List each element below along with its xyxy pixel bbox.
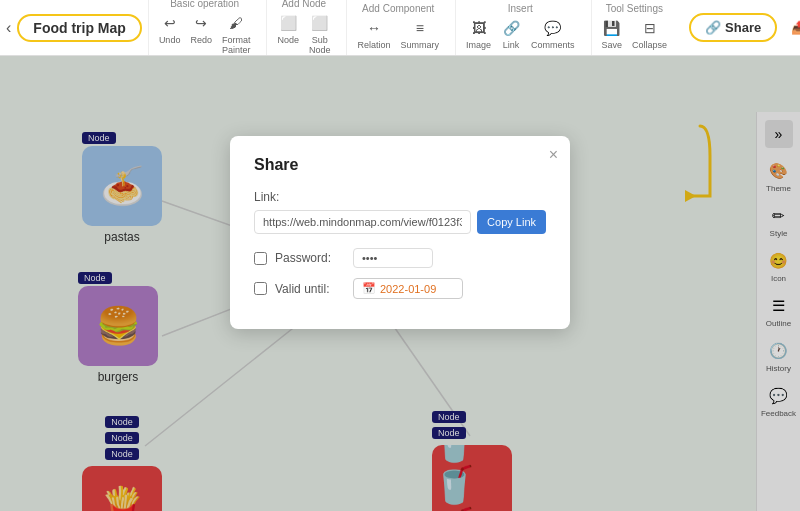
- toolbar-group-basic: Basic operation ↩ Undo ↪ Redo 🖌 Format P…: [148, 0, 261, 55]
- toolbar-group-add-component: Add Component ↔ Relation ≡ Summary: [346, 0, 449, 55]
- group-label-insert: Insert: [508, 3, 533, 14]
- copy-link-button[interactable]: Copy Link: [477, 210, 546, 234]
- share-modal: Share × Link: Copy Link Password: Valid …: [230, 136, 570, 329]
- node-icon: ⬜: [278, 13, 298, 33]
- link-label: Link: [503, 40, 520, 50]
- group-label-basic: Basic operation: [170, 0, 239, 9]
- add-node-buttons: ⬜ Node ⬜ Sub Node: [273, 11, 334, 57]
- redo-label: Redo: [190, 35, 212, 45]
- modal-close-button[interactable]: ×: [549, 146, 558, 164]
- valid-until-date[interactable]: 📅 2022-01-09: [353, 278, 463, 299]
- insert-buttons: 🖼 Image 🔗 Link 💬 Comments: [462, 16, 579, 52]
- comments-button[interactable]: 💬 Comments: [527, 16, 579, 52]
- image-label: Image: [466, 40, 491, 50]
- tool-settings-buttons: 💾 Save ⊟ Collapse: [598, 16, 672, 52]
- share-label: Share: [725, 20, 761, 35]
- calendar-icon: 📅: [362, 282, 376, 295]
- valid-until-value: 2022-01-09: [380, 283, 436, 295]
- password-input[interactable]: [353, 248, 433, 268]
- format-painter-button[interactable]: 🖌 Format Painter: [218, 11, 255, 57]
- share-button[interactable]: 🔗 Share: [689, 13, 777, 42]
- sub-node-icon: ⬜: [310, 13, 330, 33]
- undo-button[interactable]: ↩ Undo: [155, 11, 185, 57]
- link-icon: 🔗: [501, 18, 521, 38]
- sub-node-label: Sub Node: [309, 35, 331, 55]
- summary-button[interactable]: ≡ Summary: [397, 16, 444, 52]
- link-button[interactable]: 🔗 Link: [497, 16, 525, 52]
- undo-label: Undo: [159, 35, 181, 45]
- canvas: Node 🍝 pastas Node 🍔 burgers Node Node N…: [0, 56, 800, 511]
- toolbar: ‹ Food trip Map Basic operation ↩ Undo ↪…: [0, 0, 800, 56]
- format-painter-label: Format Painter: [222, 35, 251, 55]
- image-button[interactable]: 🖼 Image: [462, 16, 495, 52]
- format-painter-icon: 🖌: [226, 13, 246, 33]
- redo-icon: ↪: [191, 13, 211, 33]
- password-label: Password:: [275, 251, 345, 265]
- toolbar-group-insert: Insert 🖼 Image 🔗 Link 💬 Comments: [455, 0, 585, 55]
- modal-title: Share: [254, 156, 546, 174]
- save-icon: 💾: [602, 18, 622, 38]
- node-label-btn: Node: [277, 35, 299, 45]
- relation-icon: ↔: [364, 18, 384, 38]
- save-button[interactable]: 💾 Save: [598, 16, 627, 52]
- redo-button[interactable]: ↪ Redo: [186, 11, 216, 57]
- add-component-buttons: ↔ Relation ≡ Summary: [353, 16, 443, 52]
- collapse-button[interactable]: ⊟ Collapse: [628, 16, 671, 52]
- save-label: Save: [602, 40, 623, 50]
- valid-until-row: Valid until: 📅 2022-01-09: [254, 278, 546, 299]
- map-title[interactable]: Food trip Map: [17, 14, 142, 42]
- sub-node-button[interactable]: ⬜ Sub Node: [305, 11, 335, 57]
- group-label-add-component: Add Component: [362, 3, 434, 14]
- export-button[interactable]: 📤 Export: [783, 15, 800, 40]
- back-button[interactable]: ‹: [6, 17, 11, 39]
- link-row: Copy Link: [254, 210, 546, 234]
- relation-label: Relation: [357, 40, 390, 50]
- comments-icon: 💬: [543, 18, 563, 38]
- relation-button[interactable]: ↔ Relation: [353, 16, 394, 52]
- node-button[interactable]: ⬜ Node: [273, 11, 303, 57]
- collapse-label: Collapse: [632, 40, 667, 50]
- link-field-label: Link:: [254, 190, 546, 204]
- valid-until-label: Valid until:: [275, 282, 345, 296]
- summary-label: Summary: [401, 40, 440, 50]
- image-icon: 🖼: [469, 18, 489, 38]
- summary-icon: ≡: [410, 18, 430, 38]
- basic-buttons: ↩ Undo ↪ Redo 🖌 Format Painter: [155, 11, 255, 57]
- password-row: Password:: [254, 248, 546, 268]
- comments-label: Comments: [531, 40, 575, 50]
- collapse-icon: ⊟: [640, 18, 660, 38]
- modal-overlay[interactable]: Share × Link: Copy Link Password: Valid …: [0, 56, 800, 511]
- export-icon: 📤: [791, 20, 800, 35]
- valid-until-checkbox[interactable]: [254, 282, 267, 295]
- password-checkbox[interactable]: [254, 252, 267, 265]
- link-input[interactable]: [254, 210, 471, 234]
- toolbar-group-add-node: Add Node ⬜ Node ⬜ Sub Node: [266, 0, 340, 55]
- share-icon: 🔗: [705, 20, 721, 35]
- toolbar-group-tool-settings: Tool Settings 💾 Save ⊟ Collapse: [591, 0, 678, 55]
- undo-icon: ↩: [160, 13, 180, 33]
- group-label-add-node: Add Node: [282, 0, 326, 9]
- group-label-tool-settings: Tool Settings: [606, 3, 663, 14]
